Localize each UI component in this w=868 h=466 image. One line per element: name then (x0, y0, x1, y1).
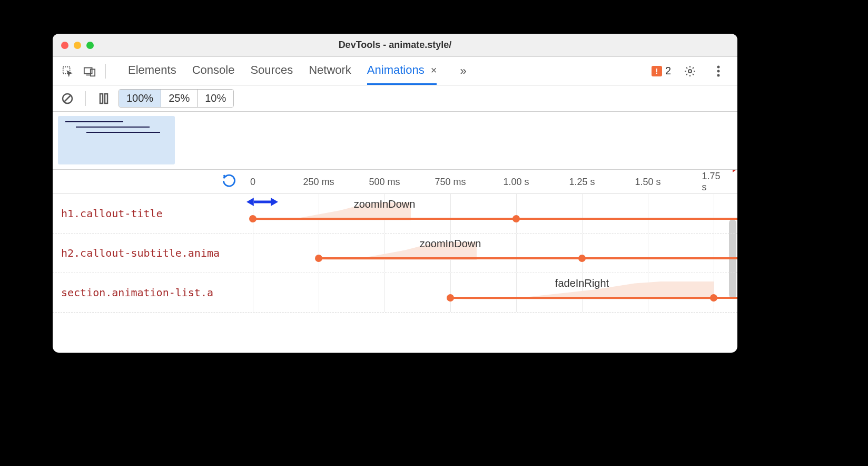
ruler-tick: 1.50 s (635, 176, 660, 187)
error-count: 2 (665, 65, 671, 77)
keyframe-start[interactable] (249, 215, 257, 222)
speed-25-button[interactable]: 25% (161, 90, 198, 107)
subtoolbar-divider (85, 91, 86, 106)
gridline (450, 194, 451, 233)
device-toolbar-button[interactable] (80, 62, 99, 81)
gridline (582, 234, 583, 273)
thumbnail-bar (76, 127, 150, 128)
gridline (384, 234, 385, 273)
gridline (582, 194, 583, 233)
console-errors-button[interactable]: ! 2 (652, 65, 671, 77)
svg-point-6 (717, 70, 720, 72)
animation-track[interactable]: zoomInDown (245, 234, 737, 273)
animation-groups-strip (53, 112, 737, 170)
animation-rows: h1.callout-titlezoomInDownh2.callout-sub… (53, 194, 737, 353)
gridline (319, 194, 319, 233)
gridline (714, 234, 714, 273)
more-tabs-button[interactable]: » (460, 64, 466, 78)
svg-rect-11 (105, 94, 107, 103)
gridline (516, 194, 517, 233)
ruler-controls (53, 170, 245, 193)
playback-speed-group: 100% 25% 10% (119, 89, 234, 108)
maximize-window-button[interactable] (86, 42, 94, 49)
panel-tabs: Elements Console Sources Network Animati… (128, 57, 638, 85)
error-icon: ! (652, 66, 662, 76)
clear-animations-button[interactable] (58, 89, 77, 108)
gridline (253, 194, 253, 233)
ruler-tick: 1.00 s (503, 176, 529, 187)
tab-elements[interactable]: Elements (128, 57, 176, 85)
ruler-tick: 750 ms (435, 176, 466, 187)
tab-network[interactable]: Network (309, 57, 351, 85)
animation-row[interactable]: h1.callout-titlezoomInDown (53, 194, 737, 234)
animation-row[interactable]: h2.callout-subtitle.animazoomInDown (53, 234, 737, 273)
element-selector[interactable]: h2.callout-subtitle.anima (53, 234, 245, 273)
animation-name: zoomInDown (420, 238, 481, 250)
speed-100-button[interactable]: 100% (119, 90, 161, 107)
svg-point-5 (717, 65, 720, 68)
inspect-element-button[interactable] (58, 62, 77, 81)
close-window-button[interactable] (61, 42, 68, 49)
animation-bar[interactable] (450, 297, 737, 299)
gridline (253, 234, 253, 273)
animation-row[interactable]: section.animation-list.afadeInRight (53, 273, 737, 313)
toolbar-right: ! 2 (652, 62, 728, 81)
svg-rect-3 (91, 69, 95, 76)
element-selector[interactable]: h1.callout-title (53, 194, 245, 233)
animation-name: zoomInDown (354, 198, 416, 210)
gridline (516, 234, 517, 273)
end-marker-icon[interactable] (733, 170, 737, 172)
traffic-lights (61, 42, 94, 49)
ruler-ticks: 0250 ms500 ms750 ms1.00 s1.25 s1.50 s1.7… (245, 170, 737, 193)
keyframe-end[interactable] (578, 255, 586, 262)
animation-track[interactable]: zoomInDown (245, 194, 737, 233)
thumbnail-bar (86, 132, 160, 133)
animations-toolbar: 100% 25% 10% (53, 85, 737, 112)
close-tab-button[interactable]: × (431, 64, 437, 76)
keyframe-start[interactable] (315, 255, 322, 262)
gridline (384, 273, 385, 312)
tab-console[interactable]: Console (192, 57, 235, 85)
minimize-window-button[interactable] (74, 42, 81, 49)
titlebar[interactable]: DevTools - animate.style/ (53, 34, 737, 57)
animation-name: fadeInRight (555, 277, 609, 289)
pause-button[interactable] (94, 89, 113, 108)
thumbnail-bar (65, 121, 123, 122)
tab-animations-label: Animations (367, 63, 425, 77)
gridline (648, 194, 648, 233)
gridline (714, 194, 714, 233)
settings-button[interactable] (680, 62, 699, 81)
animation-track[interactable]: fadeInRight (245, 273, 737, 312)
toolbar-divider (105, 64, 106, 79)
animation-bar[interactable] (253, 218, 737, 220)
element-selector[interactable]: section.animation-list.a (53, 273, 245, 312)
ruler-tick: 1.75 s (702, 171, 726, 193)
more-options-button[interactable] (709, 62, 728, 81)
svg-rect-10 (100, 94, 103, 103)
replay-button[interactable] (222, 173, 236, 190)
keyframe-start[interactable] (447, 294, 454, 302)
main-toolbar: Elements Console Sources Network Animati… (53, 57, 737, 85)
gridline (450, 273, 451, 312)
tab-sources[interactable]: Sources (250, 57, 293, 85)
window-title: DevTools - animate.style/ (53, 40, 737, 51)
timeline: 0250 ms500 ms750 ms1.00 s1.25 s1.50 s1.7… (53, 170, 737, 353)
animation-bar[interactable] (319, 257, 737, 259)
keyframe-end[interactable] (710, 294, 717, 302)
svg-point-4 (688, 70, 692, 73)
gridline (714, 273, 714, 312)
keyframe-end[interactable] (512, 215, 520, 222)
ruler-tick: 500 ms (369, 176, 400, 187)
gridline (319, 234, 319, 273)
gridline (516, 273, 517, 312)
tab-animations[interactable]: Animations × (367, 57, 437, 85)
timeline-ruler[interactable]: 0250 ms500 ms750 ms1.00 s1.25 s1.50 s1.7… (53, 170, 737, 194)
ruler-tick: 1.25 s (569, 176, 595, 187)
ruler-tick: 0 (250, 176, 255, 187)
svg-line-9 (64, 95, 71, 102)
gridline (253, 273, 253, 312)
ruler-tick: 250 ms (303, 176, 334, 187)
gridline (319, 273, 319, 312)
animation-group-thumbnail[interactable] (58, 116, 175, 164)
speed-10-button[interactable]: 10% (198, 90, 233, 107)
